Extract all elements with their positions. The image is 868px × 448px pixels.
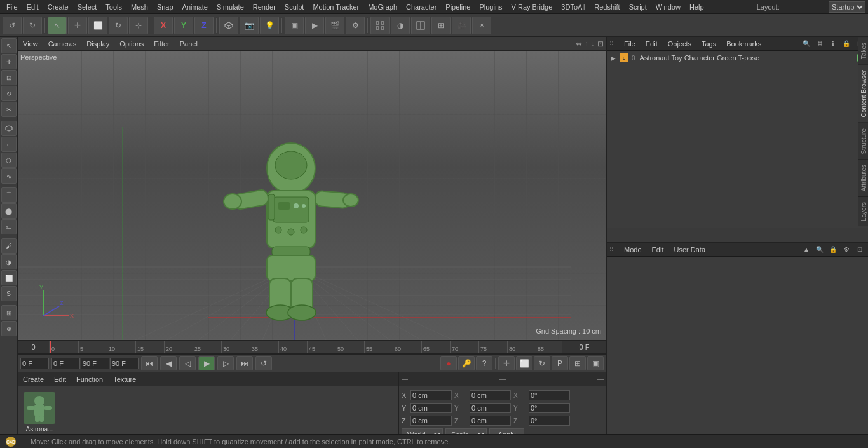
lt-spline-btn[interactable]: ∿ — [1, 168, 17, 184]
coord-x-siz[interactable] — [529, 390, 570, 400]
vp-menu-filter[interactable]: Filter — [151, 39, 172, 49]
vp-menu-panel[interactable]: Panel — [177, 39, 200, 49]
tr-grid-btn[interactable]: ⊞ — [569, 356, 586, 370]
lt-cube-btn[interactable] — [1, 121, 17, 136]
prev-frame-button[interactable]: ◀ — [160, 356, 177, 370]
min-frame-input[interactable] — [51, 358, 80, 369]
display-light-btn[interactable]: ☀ — [472, 17, 491, 34]
undo-button[interactable]: ↺ — [3, 17, 22, 34]
menu-character[interactable]: Character — [402, 2, 440, 12]
lt-brush-btn[interactable]: S — [1, 286, 17, 301]
display-toggle-button[interactable] — [411, 17, 430, 34]
light-button[interactable]: 💡 — [260, 17, 279, 34]
goto-end-button[interactable]: ⏭ — [236, 356, 253, 370]
axis-z-button[interactable]: Z — [194, 17, 214, 34]
menu-edit[interactable]: Edit — [23, 2, 43, 12]
layout-dropdown[interactable]: Startup — [829, 1, 865, 13]
lt-snap-btn[interactable]: ⊕ — [1, 321, 17, 336]
lt-material-btn[interactable]: ⬤ — [1, 203, 17, 219]
menu-plugins[interactable]: Plugins — [475, 2, 506, 12]
tab-takes[interactable]: Takes — [858, 37, 868, 64]
axis-x-button[interactable]: X — [154, 17, 173, 34]
vp-menu-cameras[interactable]: Cameras — [46, 39, 79, 49]
coord-y-rot[interactable] — [470, 403, 511, 413]
attr-maximize-icon[interactable]: ⊡ — [854, 244, 865, 255]
menu-render[interactable]: Render — [249, 2, 280, 12]
obj-search-icon[interactable]: 🔍 — [801, 38, 812, 50]
display-camera-button[interactable]: 🎥 — [452, 17, 471, 34]
tab-layers[interactable]: Layers — [858, 196, 868, 226]
vp-menu-display[interactable]: Display — [84, 39, 112, 49]
tr-move-btn[interactable]: ✛ — [498, 356, 515, 370]
menu-redshift[interactable]: Redshift — [590, 2, 623, 12]
cube-button[interactable] — [219, 17, 238, 34]
coord-x-rot[interactable] — [470, 390, 511, 400]
select-mode-button[interactable]: ↖ — [48, 17, 67, 34]
render-view-button[interactable]: ▶ — [305, 17, 324, 34]
next-keyframe-button[interactable]: ▷ — [217, 356, 234, 370]
obj-info-icon[interactable]: ℹ — [827, 38, 839, 50]
lt-paint-btn[interactable]: 🖌 — [1, 238, 17, 254]
obj-menu-edit[interactable]: Edit — [643, 39, 660, 49]
coord-y-pos[interactable] — [410, 403, 452, 413]
lt-grid-btn[interactable]: ⊞ — [1, 305, 17, 320]
cb-menu-create[interactable]: Create — [20, 374, 46, 384]
tr-rotate-btn[interactable]: ↻ — [534, 356, 550, 370]
tab-content-browser[interactable]: Content Browser — [858, 64, 868, 122]
redo-button[interactable]: ↻ — [23, 17, 42, 34]
tab-structure[interactable]: Structure — [858, 123, 868, 160]
obj-menu-tags[interactable]: Tags — [699, 39, 719, 49]
rotate-mode-button[interactable]: ↻ — [109, 17, 128, 34]
menu-pipeline[interactable]: Pipeline — [442, 2, 474, 12]
vp-icon-arrows[interactable]: ⇔ — [576, 39, 582, 48]
obj-menu-objects[interactable]: Objects — [665, 39, 694, 49]
attr-menu-edit[interactable]: Edit — [649, 245, 667, 255]
max-frame-input[interactable] — [81, 358, 109, 369]
menu-select[interactable]: Select — [74, 2, 101, 12]
vp-menu-view[interactable]: View — [20, 39, 41, 49]
lt-move-btn[interactable]: ✛ — [1, 54, 17, 69]
vp-icon-up[interactable]: ↑ — [585, 39, 588, 48]
display-grid-button[interactable]: ⊞ — [431, 17, 451, 34]
tr-scale-btn[interactable]: ⬜ — [516, 356, 532, 370]
viewport[interactable]: X Y Z Perspective Grid Spacing : 10 cm — [18, 51, 606, 340]
auto-key-button[interactable]: 🔑 — [458, 356, 475, 370]
loop-button[interactable]: ↺ — [255, 356, 272, 370]
obj-menu-file[interactable]: File — [621, 39, 638, 49]
attr-settings-icon[interactable]: ⚙ — [841, 244, 852, 255]
lt-knife-btn[interactable]: ✂ — [1, 102, 17, 117]
menu-script[interactable]: Script — [625, 2, 651, 12]
camera-button[interactable]: 📷 — [240, 17, 259, 34]
coord-y-siz[interactable] — [529, 403, 570, 413]
menu-vray[interactable]: V-Ray Bridge — [508, 2, 557, 12]
timeline-ruler[interactable]: 0 5 10 15 20 25 30 35 40 45 50 55 60 65 … — [50, 341, 562, 353]
attr-lock-icon[interactable]: 🔒 — [827, 244, 839, 255]
coord-z-pos[interactable] — [410, 416, 452, 426]
lt-scale-btn[interactable]: ⊡ — [1, 70, 17, 85]
transform-mode-button[interactable]: ⊹ — [129, 17, 148, 34]
display-box-button[interactable] — [370, 17, 390, 34]
record-button[interactable]: ● — [440, 356, 457, 370]
cb-menu-function[interactable]: Function — [74, 374, 105, 384]
menu-mesh[interactable]: Mesh — [127, 2, 152, 12]
object-item-astronaut[interactable]: ▶ L 0 Astronaut Toy Character Green T-po… — [608, 52, 867, 64]
tr-pose-btn[interactable]: P — [552, 356, 568, 370]
asset-astronaut[interactable]: Astrona... — [20, 389, 58, 435]
display-shading-button[interactable]: ◑ — [391, 17, 410, 34]
menu-file[interactable]: File — [3, 2, 22, 12]
tr-render-btn[interactable]: ▣ — [587, 356, 604, 370]
lt-pointer-btn[interactable]: ↖ — [1, 38, 17, 53]
attr-menu-mode[interactable]: Mode — [621, 245, 644, 255]
menu-sculpt[interactable]: Sculpt — [281, 2, 308, 12]
render-picture-button[interactable]: 🎬 — [325, 17, 344, 34]
move-mode-button[interactable]: ✛ — [68, 17, 87, 34]
obj-settings-icon[interactable]: ⚙ — [814, 38, 825, 50]
lt-sculpt-btn[interactable]: ◑ — [1, 254, 17, 269]
obj-menu-bookmarks[interactable]: Bookmarks — [724, 39, 764, 49]
current-frame-input[interactable] — [20, 358, 49, 369]
attr-up-icon[interactable]: ▲ — [801, 244, 812, 255]
coord-z-siz[interactable] — [529, 416, 570, 426]
prev-keyframe-button[interactable]: ◁ — [179, 356, 196, 370]
coord-z-rot[interactable] — [470, 416, 511, 426]
attr-menu-userdata[interactable]: User Data — [672, 245, 709, 255]
